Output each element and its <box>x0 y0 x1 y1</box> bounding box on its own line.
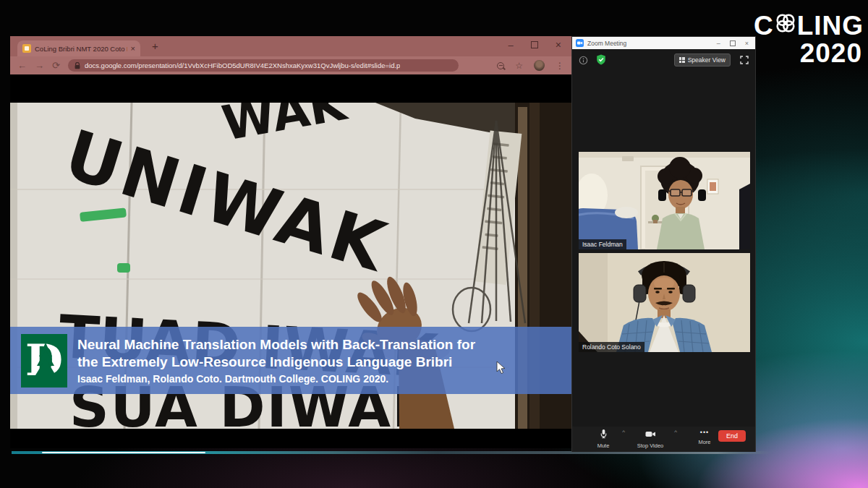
stop-video-button[interactable]: ^ Stop Video <box>631 429 669 449</box>
back-icon[interactable]: ← <box>17 61 27 70</box>
meeting-info-icon[interactable] <box>579 55 588 68</box>
mute-label: Mute <box>597 442 610 449</box>
tab-title: CoLing Bribri NMT 2020 Coto Fe <box>35 45 127 53</box>
zoom-search-icon[interactable] <box>497 62 504 69</box>
slide-title-line2: the Extremely Low-Resource Indigenous La… <box>77 354 475 371</box>
zoom-titlebar: Zoom Meeting – × <box>572 37 755 49</box>
slides-favicon-icon <box>22 44 31 53</box>
coling-letters-ling: LING <box>797 12 864 39</box>
slide-authors: Isaac Feldman, Rolando Coto. Dartmouth C… <box>77 373 475 385</box>
participant-video-2[interactable]: Rolando Coto Solano <box>579 253 750 352</box>
participant-2-video-feed <box>579 253 750 352</box>
forward-icon[interactable]: → <box>35 61 44 70</box>
slide-content-area: WAK UNIWAK TUAD IWAK SUA DIWAK <box>10 74 571 448</box>
url-text: docs.google.com/presentation/d/1VvbXcHFi… <box>85 61 400 69</box>
zoom-minimize-button[interactable]: – <box>717 40 720 47</box>
zoom-close-button[interactable]: × <box>745 40 749 47</box>
browser-minimize-button[interactable]: – <box>509 40 514 50</box>
browser-tabstrip: CoLing Bribri NMT 2020 Coto Fe × + – × <box>10 36 571 56</box>
end-meeting-button[interactable]: End <box>718 430 746 442</box>
more-label: More <box>698 439 710 445</box>
participant-2-name: Rolando Coto Solano <box>579 342 644 352</box>
zoom-window-controls: – × <box>717 40 752 47</box>
zoom-maximize-button[interactable] <box>730 40 736 46</box>
stop-video-label: Stop Video <box>637 442 664 449</box>
profile-avatar[interactable] <box>534 60 545 71</box>
browser-toolbar: ← → ⟳ docs.google.com/presentation/d/1Vv… <box>10 56 571 74</box>
encryption-shield-icon[interactable] <box>596 54 606 68</box>
address-bar[interactable]: docs.google.com/presentation/d/1VvbXcHFi… <box>68 59 459 72</box>
camera-icon <box>645 429 656 442</box>
zoom-meeting-body: Speaker View <box>572 49 755 451</box>
browser-window-controls: – × <box>509 40 561 50</box>
zoom-toolbar: ^ Mute ^ Stop Video ••• More End <box>572 427 755 452</box>
slide-title-line1: Neural Machine Translation Models with B… <box>77 336 475 354</box>
green-paint-dot <box>117 263 130 273</box>
mouse-cursor <box>496 361 506 374</box>
zoom-app-icon <box>576 37 584 50</box>
dartmouth-logo: D <box>21 334 67 388</box>
participant-1-video-feed <box>579 152 750 249</box>
coling-letter-c: C <box>754 12 774 39</box>
browser-maximize-button[interactable] <box>531 41 538 48</box>
microphone-icon <box>599 429 608 442</box>
slide-title-block: Neural Machine Translation Models with B… <box>77 336 475 385</box>
coling-2020-logo: CLING 2020 <box>754 12 862 69</box>
browser-close-button[interactable]: × <box>556 40 561 50</box>
reload-icon[interactable]: ⟳ <box>52 61 60 70</box>
speaker-view-button[interactable]: Speaker View <box>674 53 731 67</box>
bookmark-star-icon[interactable]: ☆ <box>515 61 523 70</box>
browser-window: CoLing Bribri NMT 2020 Coto Fe × + – × ←… <box>10 36 571 448</box>
tab-close-icon[interactable]: × <box>131 45 135 53</box>
toolbar-right-icons: ☆ ⋮ <box>497 60 564 71</box>
browser-menu-icon[interactable]: ⋮ <box>556 61 564 70</box>
coling-year: 2020 <box>754 39 862 69</box>
speaker-view-label: Speaker View <box>688 56 726 64</box>
participant-1-name: Isaac Feldman <box>579 239 626 249</box>
zoom-window-title: Zoom Meeting <box>587 40 713 47</box>
mute-button[interactable]: ^ Mute <box>590 429 617 449</box>
mute-options-caret[interactable]: ^ <box>622 429 625 435</box>
lock-icon <box>75 59 80 72</box>
fullscreen-icon[interactable] <box>740 54 749 67</box>
video-options-caret[interactable]: ^ <box>674 429 677 435</box>
browser-tab[interactable]: CoLing Bribri NMT 2020 Coto Fe × <box>17 40 140 56</box>
new-tab-button[interactable]: + <box>152 40 158 52</box>
zoom-window: Zoom Meeting – × Speaker View <box>571 36 756 452</box>
participant-video-1[interactable]: Isaac Feldman <box>579 152 750 249</box>
coling-knot-icon <box>775 12 796 39</box>
coling-wordmark: CLING <box>754 12 862 39</box>
white-separator-line <box>42 452 205 453</box>
more-button[interactable]: ••• More <box>691 429 718 445</box>
stage: CLING 2020 CoLing Bribri NMT 2020 Coto F… <box>0 0 868 488</box>
more-dots-icon: ••• <box>700 429 709 438</box>
slide-title-banner: D Neural Machine Translation Models with… <box>10 327 571 394</box>
grid-view-icon <box>679 57 685 63</box>
